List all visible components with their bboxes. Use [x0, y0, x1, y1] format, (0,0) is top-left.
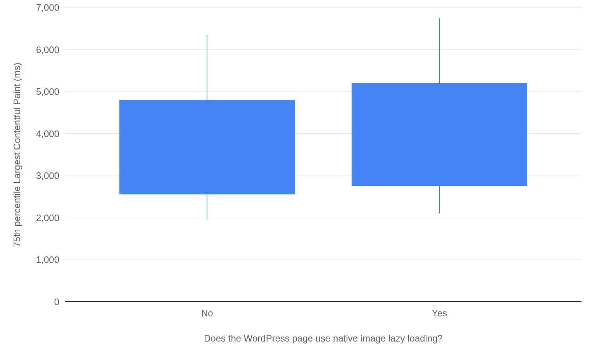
x-tick-label: Yes — [432, 308, 447, 319]
box-group-no — [119, 8, 295, 301]
plot-wrapper: 01,0002,0003,0004,0005,0006,0007,000 — [26, 8, 581, 302]
box — [352, 83, 527, 186]
chart-container: 75th percentile Largest Contentful Paint… — [8, 8, 581, 356]
box — [119, 100, 295, 194]
plot-area — [65, 8, 581, 302]
x-tick-labels: NoYes — [65, 302, 581, 321]
box-group-yes — [352, 8, 527, 301]
x-axis-label: Does the WordPress page use native image… — [65, 333, 581, 344]
x-tick-label: No — [201, 308, 213, 319]
y-axis-label: 75th percentile Largest Contentful Paint… — [8, 8, 26, 302]
chart-body: 01,0002,0003,0004,0005,0006,0007,000 NoY… — [26, 8, 581, 356]
y-ticks-container: 01,0002,0003,0004,0005,0006,0007,000 — [26, 8, 65, 302]
